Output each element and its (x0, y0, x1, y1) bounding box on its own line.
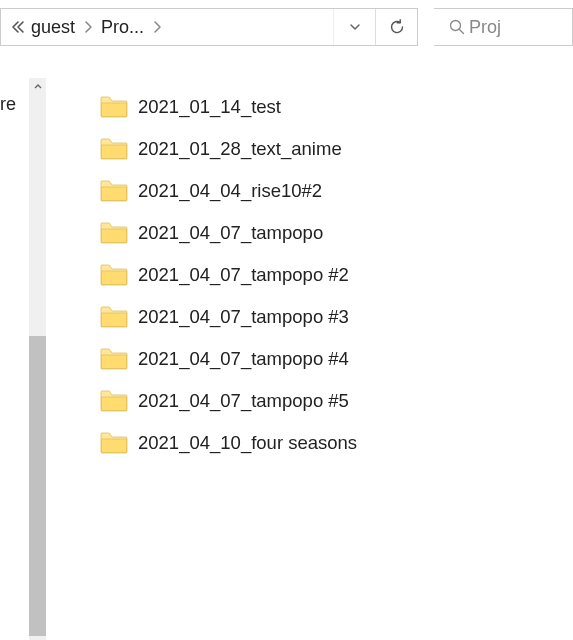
chevron-right-icon[interactable] (152, 21, 162, 33)
folder-name: 2021_04_10_four seasons (138, 432, 357, 454)
refresh-icon (388, 18, 406, 36)
file-list[interactable]: 2021_01_14_test 2021_01_28_text_anime 20… (40, 50, 573, 640)
svg-line-1 (460, 29, 464, 33)
search-icon (446, 18, 469, 36)
folder-icon (100, 264, 128, 286)
breadcrumb-seg-2[interactable]: Pro... (99, 17, 146, 38)
folder-name: 2021_04_04_rise10#2 (138, 180, 322, 202)
list-item[interactable]: 2021_01_28_text_anime (100, 128, 573, 170)
folder-name: 2021_04_07_tampopo (138, 222, 323, 244)
list-item[interactable]: 2021_04_07_tampopo #3 (100, 296, 573, 338)
sidebar-scrollbar[interactable] (29, 78, 46, 640)
content-area: ere 2021_01_14_test 2021_01_28_text_anim… (0, 50, 573, 640)
folder-name: 2021_04_07_tampopo #4 (138, 348, 349, 370)
breadcrumb-overflow-icon[interactable] (11, 20, 25, 34)
folder-icon (100, 180, 128, 202)
list-item[interactable]: 2021_04_10_four seasons (100, 422, 573, 464)
search-input[interactable] (469, 17, 572, 38)
breadcrumb-seg-1[interactable]: guest (29, 17, 77, 38)
search-box[interactable] (434, 8, 573, 46)
chevron-right-icon[interactable] (83, 21, 93, 33)
folder-name: 2021_04_07_tampopo #5 (138, 390, 349, 412)
list-item[interactable]: 2021_01_14_test (100, 86, 573, 128)
breadcrumb-path[interactable]: guest Pro... (1, 17, 333, 38)
folder-icon (100, 306, 128, 328)
scrollbar-thumb[interactable] (29, 336, 46, 636)
list-item[interactable]: 2021_04_04_rise10#2 (100, 170, 573, 212)
folder-icon (100, 432, 128, 454)
list-item[interactable]: 2021_04_07_tampopo #5 (100, 380, 573, 422)
folder-icon (100, 222, 128, 244)
folder-name: 2021_01_28_text_anime (138, 138, 342, 160)
refresh-button[interactable] (375, 9, 417, 45)
folder-name: 2021_04_07_tampopo #3 (138, 306, 349, 328)
breadcrumb-history-dropdown[interactable] (333, 9, 375, 45)
folder-icon (100, 96, 128, 118)
breadcrumb[interactable]: guest Pro... (0, 8, 418, 46)
folder-icon (100, 348, 128, 370)
folder-name: 2021_01_14_test (138, 96, 281, 118)
chevron-down-icon (348, 20, 362, 34)
folder-icon (100, 138, 128, 160)
address-toolbar: guest Pro... (0, 0, 573, 50)
folder-icon (100, 390, 128, 412)
folder-name: 2021_04_07_tampopo #2 (138, 264, 349, 286)
navigation-pane[interactable]: ere (0, 50, 40, 640)
scroll-up-arrow-icon[interactable] (29, 78, 46, 95)
list-item[interactable]: 2021_04_07_tampopo #2 (100, 254, 573, 296)
list-item[interactable]: 2021_04_07_tampopo #4 (100, 338, 573, 380)
list-item[interactable]: 2021_04_07_tampopo (100, 212, 573, 254)
sidebar-item-fragment[interactable]: ere (0, 94, 16, 115)
